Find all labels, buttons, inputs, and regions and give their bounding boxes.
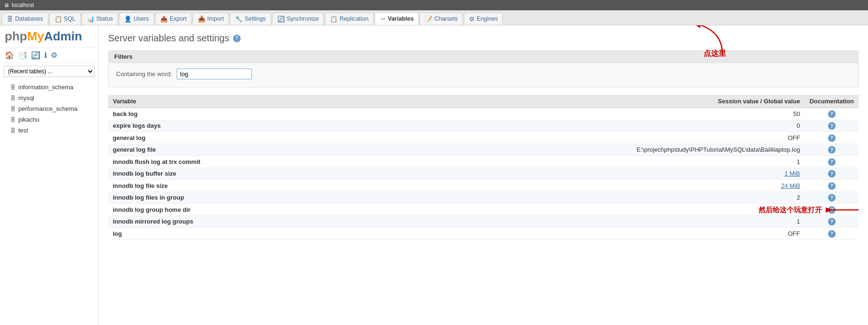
doc-cell: ? <box>805 180 859 192</box>
variable-name: innodb log file size <box>113 182 168 189</box>
variable-name: innodb mirrored log groups <box>113 218 193 225</box>
tab-engines[interactable]: ⚙ Engines <box>464 13 503 25</box>
tab-synchronize[interactable]: 🔄 Synchronize <box>272 13 324 25</box>
variables-table: Variable Session value / Global value Do… <box>108 95 859 240</box>
doc-icon[interactable]: ? <box>828 230 836 238</box>
filter-section: Filters Containing the word: <box>108 50 859 87</box>
doc-cell: ? <box>805 144 859 156</box>
table-header-row: Variable Session value / Global value Do… <box>108 95 859 108</box>
page-help-icon[interactable]: ? <box>233 35 241 42</box>
db-name: performance_schema <box>18 105 78 112</box>
filter-header: Filters <box>109 51 858 63</box>
variable-name: general log <box>113 134 145 141</box>
db-item-mysql[interactable]: 🗄 mysql <box>0 93 98 103</box>
var-name-cell: innodb flush log at trx commit <box>108 156 359 168</box>
logo-my: My <box>27 29 44 43</box>
variable-name: innodb log buffer size <box>113 170 176 177</box>
doc-cell: ? <box>805 216 859 228</box>
db-item-performance-schema[interactable]: 🗄 performance_schema <box>0 103 98 114</box>
doc-cell: ? <box>805 192 859 204</box>
db-item-information-schema[interactable]: 🗄 information_schema <box>0 82 98 93</box>
table-row: innodb log files in group2? <box>108 192 859 204</box>
info-icon[interactable]: ℹ <box>44 51 47 60</box>
doc-icon[interactable]: ? <box>828 218 836 225</box>
var-value-link[interactable]: 24 MiB <box>781 182 800 189</box>
tab-users[interactable]: 👤 Users <box>119 13 154 25</box>
db-item-test[interactable]: 🗄 test <box>0 125 98 136</box>
tab-databases[interactable]: 🗄 Databases <box>2 13 48 25</box>
db-name: information_schema <box>18 84 73 91</box>
page-title-text: Server variables and settings <box>108 33 229 44</box>
logo: phpMyAdmin <box>0 25 98 48</box>
table-row: innodb log buffer size1 MiB? <box>108 168 859 180</box>
db-icon: 🗄 <box>10 85 16 90</box>
import-icon: 📥 <box>198 15 205 23</box>
tab-variables-label: Variables <box>388 15 414 22</box>
doc-cell: ? <box>805 132 859 144</box>
doc-icon[interactable]: ? <box>828 146 836 154</box>
doc-icon[interactable]: ? <box>828 110 836 118</box>
tab-replication[interactable]: 📋 Replication <box>325 13 374 25</box>
users-icon: 👤 <box>124 15 132 23</box>
var-value-cell: OFF <box>359 228 805 240</box>
doc-cell: ? <box>805 156 859 168</box>
doc-icon[interactable]: ? <box>828 170 836 178</box>
db-icon: 🗄 <box>10 117 16 123</box>
db-icon: 🗄 <box>10 95 16 101</box>
settings-icon: 🔧 <box>235 15 242 23</box>
sql-shortcut-icon[interactable]: 📑 <box>18 51 27 60</box>
doc-cell: ? <box>805 228 859 240</box>
tab-import[interactable]: 📥 Import <box>193 13 229 25</box>
tab-variables[interactable]: ↔ Variables <box>375 12 419 25</box>
doc-icon[interactable]: ? <box>828 182 836 190</box>
tab-status-label: Status <box>96 15 113 22</box>
var-value-cell: 0 <box>359 120 805 132</box>
variable-name: general log file <box>113 146 156 153</box>
doc-cell: ? <box>805 204 859 216</box>
logo-php: php <box>5 29 27 43</box>
var-value-cell: E:\project\phpstudy\PHPTutorial\MySQL\da… <box>359 144 805 156</box>
tab-databases-label: Databases <box>15 15 43 22</box>
recent-tables-select[interactable]: (Recent tables) ... <box>4 66 94 77</box>
doc-icon[interactable]: ? <box>828 158 836 166</box>
home-icon[interactable]: 🏠 <box>5 51 14 60</box>
sql-icon: 📋 <box>55 15 62 23</box>
charsets-icon: 📝 <box>425 15 432 23</box>
doc-cell: ? <box>805 108 859 120</box>
table-row: logOFF? <box>108 228 859 240</box>
tab-users-label: Users <box>133 15 149 22</box>
var-name-cell: innodb log file size <box>108 180 359 192</box>
tab-export[interactable]: 📤 Export <box>155 13 192 25</box>
var-value-link[interactable]: 1 MiB <box>784 170 800 177</box>
filter-input[interactable] <box>177 69 252 79</box>
tab-charsets-label: Charsets <box>434 15 458 22</box>
status-icon: 📊 <box>87 15 94 23</box>
doc-cell: ? <box>805 168 859 180</box>
export-icon: 📤 <box>160 15 168 23</box>
tab-settings-label: Settings <box>244 15 266 22</box>
tab-export-label: Export <box>170 15 187 22</box>
doc-icon[interactable]: ? <box>828 206 836 214</box>
variable-name: log <box>113 230 122 237</box>
doc-cell: ? <box>805 120 859 132</box>
db-item-pikachu[interactable]: 🗄 pikachu <box>0 114 98 125</box>
nav-tabs: 🗄 Databases 📋 SQL 📊 Status 👤 Users 📤 Exp… <box>0 10 868 25</box>
table-row: innodb flush log at trx commit1? <box>108 156 859 168</box>
doc-icon[interactable]: ? <box>828 134 836 142</box>
doc-icon[interactable]: ? <box>828 122 836 130</box>
content-area: Server variables and settings ? Filters … <box>99 25 868 325</box>
config-icon[interactable]: ⚙ <box>51 51 57 60</box>
tab-sql-label: SQL <box>64 15 76 22</box>
tab-status[interactable]: 📊 Status <box>82 13 118 25</box>
var-name-cell: innodb log group home dir <box>108 204 359 216</box>
doc-icon[interactable]: ? <box>828 194 836 201</box>
tab-sql[interactable]: 📋 SQL <box>49 13 81 25</box>
table-row: back log50? <box>108 108 859 120</box>
tab-charsets[interactable]: 📝 Charsets <box>420 13 463 25</box>
sidebar: phpMyAdmin 🏠 📑 🔄 ℹ ⚙ (Recent tables) ...… <box>0 25 99 325</box>
var-value-cell: 2 <box>359 192 805 204</box>
tab-settings[interactable]: 🔧 Settings <box>230 13 271 25</box>
refresh-icon[interactable]: 🔄 <box>31 51 40 60</box>
variable-name: back log <box>113 110 138 117</box>
col-session-global: Session value / Global value <box>359 95 805 108</box>
